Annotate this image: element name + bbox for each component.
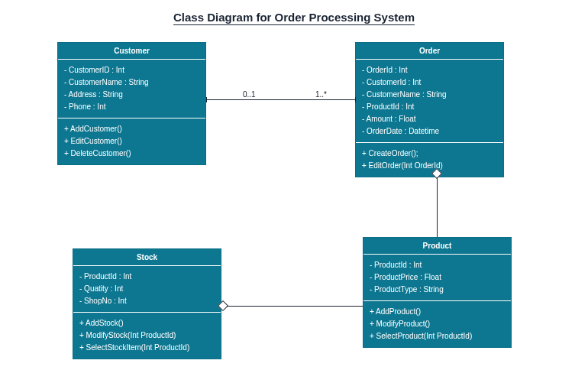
method-row: + DeleteCustomer() bbox=[64, 148, 199, 160]
attr-row: - CustomerID : Int bbox=[64, 64, 199, 76]
class-order-name: Order bbox=[356, 43, 503, 60]
class-stock-name: Stock bbox=[73, 249, 221, 266]
attr-row: - Address : String bbox=[64, 89, 199, 101]
class-product-methods: + AddProduct() + ModifyProduct() + Selec… bbox=[363, 301, 511, 347]
attr-row: - CustomerName : String bbox=[362, 89, 497, 101]
class-order: Order - OrderId : Int - CustomerId : Int… bbox=[355, 42, 504, 177]
method-row: + AddStock() bbox=[79, 317, 215, 329]
class-stock: Stock - ProductId : Int - Quatity : Int … bbox=[73, 248, 221, 359]
method-row: + CreateOrder(); bbox=[362, 148, 497, 160]
attr-row: - ProductType : String bbox=[370, 284, 505, 296]
class-customer-methods: + AddCustomer() + EditCustomer() + Delet… bbox=[58, 118, 205, 164]
method-row: + AddCustomer() bbox=[64, 123, 199, 135]
method-row: + AddProduct() bbox=[370, 306, 505, 318]
class-customer: Customer - CustomerID : Int - CustomerNa… bbox=[57, 42, 206, 165]
class-product: Product - ProductId : Int - ProductPrice… bbox=[363, 237, 512, 348]
attr-row: - Phone : Int bbox=[64, 101, 199, 113]
method-row: + SelectProduct(Int ProductId) bbox=[370, 330, 505, 342]
attr-row: - ProductId : Int bbox=[79, 271, 215, 283]
class-stock-methods: + AddStock() + ModifyStock(Int ProductId… bbox=[73, 313, 221, 359]
method-row: + ModifyStock(Int ProductId) bbox=[79, 329, 215, 342]
class-customer-name: Customer bbox=[58, 43, 205, 60]
mult-order: 1..* bbox=[315, 90, 327, 99]
assoc-customer-order-end2 bbox=[355, 97, 356, 102]
attr-row: - OrderId : Int bbox=[362, 64, 497, 76]
diagram-title: Class Diagram for Order Processing Syste… bbox=[0, 0, 588, 24]
class-stock-attributes: - ProductId : Int - Quatity : Int - Shop… bbox=[73, 266, 221, 313]
mult-customer: 0..1 bbox=[243, 90, 256, 99]
attr-row: - Amount : Float bbox=[362, 113, 497, 125]
class-customer-attributes: - CustomerID : Int - CustomerName : Stri… bbox=[58, 60, 205, 118]
class-order-attributes: - OrderId : Int - CustomerId : Int - Cus… bbox=[356, 60, 503, 143]
attr-row: - ProductId : Int bbox=[362, 101, 497, 113]
attr-row: - Quatity : Int bbox=[79, 283, 215, 295]
assoc-product-stock bbox=[227, 306, 363, 307]
assoc-customer-order bbox=[206, 99, 355, 100]
class-order-methods: + CreateOrder(); + EditOrder(Int OrderId… bbox=[356, 143, 503, 177]
attr-row: - ProductPrice : Float bbox=[370, 271, 505, 284]
attr-row: - ProductId : Int bbox=[370, 259, 505, 271]
class-product-name: Product bbox=[363, 238, 511, 255]
class-product-attributes: - ProductId : Int - ProductPrice : Float… bbox=[363, 255, 511, 301]
method-row: + SelectStockItem(Int ProductId) bbox=[79, 342, 215, 354]
attr-row: - CustomerName : String bbox=[64, 76, 199, 89]
attr-row: - OrderDate : Datetime bbox=[362, 125, 497, 138]
method-row: + EditOrder(Int OrderId) bbox=[362, 160, 497, 172]
attr-row: - ShopNo : Int bbox=[79, 295, 215, 307]
attr-row: - CustomerId : Int bbox=[362, 76, 497, 89]
assoc-customer-order-end1 bbox=[206, 97, 207, 102]
assoc-order-product bbox=[437, 177, 438, 237]
method-row: + EditCustomer() bbox=[64, 135, 199, 148]
method-row: + ModifyProduct() bbox=[370, 318, 505, 330]
